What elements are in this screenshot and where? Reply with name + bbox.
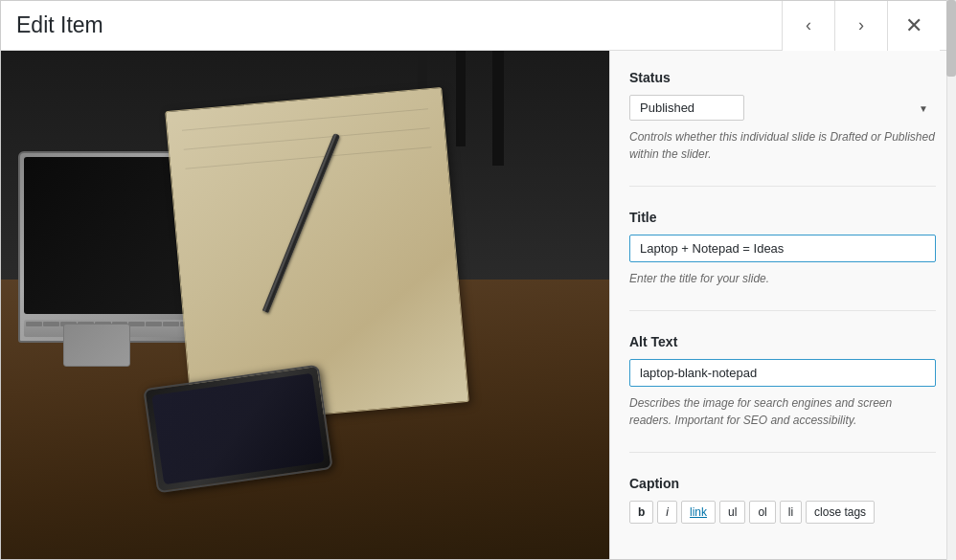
- modal-header: Edit Item ‹ › ✕: [1, 1, 955, 51]
- close-button[interactable]: ✕: [887, 1, 940, 51]
- caption-label: Caption: [629, 476, 936, 491]
- modal-body: Status Draft Published ▼ Controls whethe…: [1, 51, 955, 559]
- status-help-text: Controls whether this individual slide i…: [629, 128, 936, 163]
- scrollbar-thumb[interactable]: [946, 51, 955, 77]
- caption-li-button[interactable]: li: [780, 501, 802, 524]
- prev-button[interactable]: ‹: [782, 1, 834, 51]
- sidebar-panel: Status Draft Published ▼ Controls whethe…: [609, 51, 955, 559]
- status-select[interactable]: Draft Published: [629, 95, 744, 121]
- status-section: Status Draft Published ▼ Controls whethe…: [629, 70, 936, 187]
- dropdown-arrow-icon: ▼: [919, 102, 928, 113]
- caption-section: Caption b i link ul ol li close tags: [629, 476, 936, 547]
- caption-toolbar: b i link ul ol li close tags: [629, 501, 936, 524]
- header-nav: ‹ › ✕: [782, 1, 940, 51]
- page-title: Edit Item: [16, 12, 103, 38]
- next-button[interactable]: ›: [834, 1, 887, 51]
- status-label: Status: [629, 70, 936, 85]
- scrollbar-track: [946, 51, 955, 559]
- title-input[interactable]: [629, 235, 936, 262]
- caption-close-tags-button[interactable]: close tags: [806, 501, 875, 524]
- caption-link-button[interactable]: link: [681, 501, 716, 524]
- caption-italic-button[interactable]: i: [657, 501, 677, 524]
- edit-item-modal: Edit Item ‹ › ✕: [0, 0, 956, 560]
- alt-text-section: Alt Text Describes the image for search …: [629, 334, 936, 453]
- caption-ul-button[interactable]: ul: [719, 501, 745, 524]
- alt-text-label: Alt Text: [629, 334, 936, 349]
- status-select-wrapper: Draft Published ▼: [629, 95, 936, 121]
- image-panel: [1, 51, 609, 559]
- caption-bold-button[interactable]: b: [629, 501, 653, 524]
- title-help-text: Enter the title for your slide.: [629, 270, 936, 287]
- caption-ol-button[interactable]: ol: [749, 501, 775, 524]
- title-section: Title Enter the title for your slide.: [629, 210, 936, 311]
- alt-text-input[interactable]: [629, 359, 936, 387]
- title-label: Title: [629, 210, 936, 225]
- alt-text-help-text: Describes the image for search engines a…: [629, 394, 936, 429]
